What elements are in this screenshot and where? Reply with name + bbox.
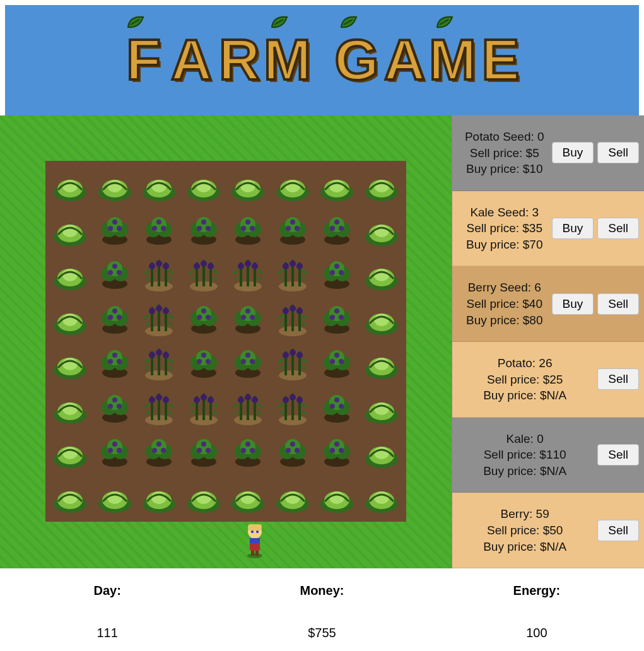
plot-stalk[interactable]	[137, 297, 182, 342]
plot-bush[interactable]	[182, 208, 226, 253]
shop-item-buyprice: Buy price: $70	[457, 237, 552, 253]
plot-bush[interactable]	[226, 208, 271, 253]
plot-stalk[interactable]	[271, 297, 315, 342]
buy-button[interactable]: Buy	[552, 142, 594, 163]
plot-stalk[interactable]	[271, 386, 315, 431]
plot-bush[interactable]	[93, 341, 138, 386]
logo-letter: M	[266, 26, 310, 95]
player-character[interactable]	[240, 523, 270, 558]
plot-bush[interactable]	[315, 208, 360, 253]
plot-cabbage[interactable]	[271, 475, 315, 520]
plot-cabbage[interactable]	[315, 475, 360, 520]
plot-bush[interactable]	[182, 297, 226, 342]
plot-stalk[interactable]	[271, 341, 315, 386]
plot-cabbage[interactable]	[48, 475, 93, 520]
shop-item-buttons: BuySell	[552, 142, 639, 163]
plot-stalk[interactable]	[182, 386, 226, 431]
shop-item-buyprice: Buy price: $N/A	[457, 463, 592, 479]
plot-cabbage[interactable]	[48, 252, 93, 297]
plot-bush[interactable]	[182, 430, 226, 475]
plot-bush[interactable]	[137, 430, 182, 475]
plot-cabbage[interactable]	[360, 475, 404, 520]
sell-button[interactable]: Sell	[597, 520, 639, 541]
plot-cabbage[interactable]	[48, 430, 93, 475]
plot-cabbage[interactable]	[137, 163, 182, 208]
plot-cabbage[interactable]	[182, 163, 226, 208]
plot-bush[interactable]	[93, 386, 138, 431]
sell-button[interactable]: Sell	[597, 368, 639, 390]
shop-item-buyprice: Buy price: $N/A	[457, 539, 592, 555]
plot-bush[interactable]	[182, 341, 226, 386]
plot-stalk[interactable]	[137, 252, 182, 297]
day-value: 111	[0, 598, 214, 640]
plot-bush[interactable]	[315, 386, 360, 431]
plot-cabbage[interactable]	[182, 475, 226, 520]
plot-cabbage[interactable]	[360, 208, 404, 253]
shop-row: Potato: 26Sell price: $25Buy price: $N/A…	[452, 342, 644, 418]
buy-button[interactable]: Buy	[552, 293, 594, 315]
logo-letter: A	[170, 26, 214, 95]
plot-bush[interactable]	[226, 430, 271, 475]
plot-bush[interactable]	[137, 208, 182, 253]
shop-item-name: Potato: 26	[457, 355, 592, 372]
plot-cabbage[interactable]	[360, 386, 404, 431]
plot-cabbage[interactable]	[48, 386, 93, 431]
plot-bush[interactable]	[315, 430, 360, 475]
plot-stalk[interactable]	[226, 252, 271, 297]
plot-bush[interactable]	[226, 341, 271, 386]
day-label: Day:	[0, 584, 214, 598]
plot-stalk[interactable]	[271, 252, 315, 297]
shop-row: Berry: 59Sell price: $50Buy price: $N/AS…	[452, 493, 644, 568]
soil-grid	[45, 161, 406, 522]
plot-bush[interactable]	[226, 297, 271, 342]
plot-cabbage[interactable]	[48, 163, 93, 208]
plot-cabbage[interactable]	[48, 208, 93, 253]
plot-cabbage[interactable]	[226, 475, 271, 520]
plot-bush[interactable]	[271, 208, 315, 253]
farm-field[interactable]	[0, 115, 452, 568]
plot-bush[interactable]	[315, 252, 360, 297]
plot-bush[interactable]	[93, 297, 138, 342]
shop-item-name: Kale Seed: 3	[457, 204, 552, 221]
plot-bush[interactable]	[271, 430, 315, 475]
shop-row: Kale: 0Sell price: $110Buy price: $N/ASe…	[452, 418, 644, 493]
plot-bush[interactable]	[315, 341, 360, 386]
plot-cabbage[interactable]	[48, 297, 93, 342]
sell-button[interactable]: Sell	[597, 142, 639, 163]
plot-cabbage[interactable]	[315, 163, 360, 208]
plot-cabbage[interactable]	[360, 341, 404, 386]
plot-cabbage[interactable]	[360, 430, 404, 475]
status-bar: Day: Money: Energy: 111 $755 100	[0, 568, 644, 640]
plot-cabbage[interactable]	[93, 475, 138, 520]
plot-cabbage[interactable]	[271, 163, 315, 208]
plot-cabbage[interactable]	[137, 475, 182, 520]
plot-stalk[interactable]	[182, 252, 226, 297]
sell-button[interactable]: Sell	[597, 444, 639, 466]
plot-bush[interactable]	[93, 208, 138, 253]
shop-item-info: Potato: 26Sell price: $25Buy price: $N/A	[457, 355, 592, 404]
shop-row: Kale Seed: 3Sell price: $35Buy price: $7…	[452, 191, 644, 267]
logo-letter: F	[122, 26, 166, 95]
plot-stalk[interactable]	[137, 386, 182, 431]
plot-cabbage[interactable]	[360, 297, 404, 342]
plot-cabbage[interactable]	[226, 163, 271, 208]
plot-bush[interactable]	[93, 430, 138, 475]
plot-stalk[interactable]	[137, 341, 182, 386]
plot-cabbage[interactable]	[93, 163, 138, 208]
shop-item-buttons: Sell	[597, 520, 639, 541]
plot-cabbage[interactable]	[360, 252, 404, 297]
shop-item-info: Potato Seed: 0Sell price: $5Buy price: $…	[457, 129, 552, 177]
sell-button[interactable]: Sell	[597, 293, 639, 315]
shop-item-sellprice: Sell price: $35	[457, 220, 552, 237]
plot-bush[interactable]	[93, 252, 138, 297]
logo-letter: E	[479, 26, 523, 95]
plot-cabbage[interactable]	[360, 163, 404, 208]
shop-item-info: Berry: 59Sell price: $50Buy price: $N/A	[457, 506, 592, 554]
shop-item-buttons: BuySell	[552, 293, 639, 315]
sell-button[interactable]: Sell	[597, 218, 639, 239]
plot-bush[interactable]	[315, 297, 360, 342]
buy-button[interactable]: Buy	[552, 218, 594, 239]
plot-cabbage[interactable]	[48, 341, 93, 386]
logo-word-2: GAME	[335, 26, 523, 95]
plot-stalk[interactable]	[226, 386, 271, 431]
